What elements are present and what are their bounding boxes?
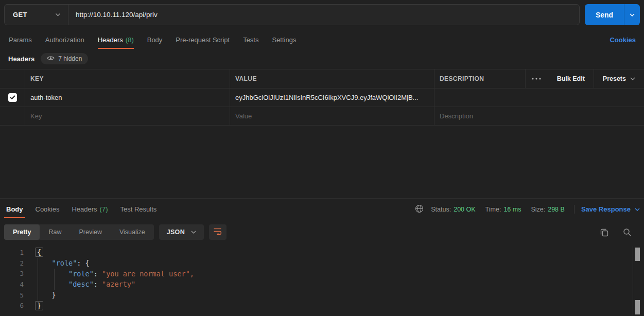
method-url-group: GET <box>4 4 580 25</box>
response-headers-count: (7) <box>100 205 108 213</box>
code-line: 4 "desc": "azerty" <box>0 279 637 290</box>
response-view-toolbar: Pretty Raw Preview Visualize JSON <box>4 224 227 240</box>
view-preview[interactable]: Preview <box>70 224 110 240</box>
fold-toggle[interactable]: { <box>35 248 43 257</box>
response-tabs: Body Cookies Headers(7) Test Results <box>0 200 163 218</box>
scrollbar-thumb[interactable] <box>635 248 640 261</box>
request-url-row: GET Send <box>4 4 640 25</box>
headers-panel-header: Headers 7 hidden <box>8 53 88 64</box>
code-line: 5 } <box>0 290 637 301</box>
headers-table-header-row: KEY VALUE DESCRIPTION Bulk Edit Presets <box>0 69 644 89</box>
method-label: GET <box>13 11 27 19</box>
header-value-cell[interactable]: eyJhbGciOiJIUzI1NiIsInR5cCI6IkpXVCJ9.eyJ… <box>230 89 434 107</box>
status-value: 200 OK <box>454 206 475 213</box>
response-body-code[interactable]: 1 { 2 "role": { 3 "role": "you are norma… <box>0 247 637 311</box>
indent-guide <box>54 269 55 290</box>
hidden-headers-toggle[interactable]: 7 hidden <box>41 53 88 64</box>
chevron-down-icon <box>630 13 635 16</box>
header-new-row <box>0 107 644 126</box>
search-icon[interactable] <box>623 228 632 237</box>
cookies-link[interactable]: Cookies <box>610 36 636 44</box>
copy-icon[interactable] <box>600 228 609 237</box>
header-key-cell[interactable]: auth-token <box>25 89 230 107</box>
column-description-cell: DESCRIPTION Bulk Edit Presets <box>434 69 644 88</box>
select-all-cell <box>0 69 25 88</box>
url-input[interactable] <box>68 5 579 25</box>
view-raw[interactable]: Raw <box>40 224 70 240</box>
headers-count: (8) <box>126 36 134 44</box>
divider <box>574 205 575 214</box>
response-status-bar: Status: 200 OK Time: 16 ms Size: 298 B S… <box>415 200 640 218</box>
new-description-input[interactable] <box>440 112 644 120</box>
tab-headers[interactable]: Headers(8) <box>91 31 141 49</box>
response-tab-headers[interactable]: Headers(7) <box>65 200 114 218</box>
format-dropdown[interactable]: JSON <box>159 224 204 240</box>
chevron-down-icon <box>635 208 640 211</box>
request-tabs: Params Authorization Headers(8) Body Pre… <box>2 31 303 49</box>
tab-tests[interactable]: Tests <box>236 31 265 49</box>
tab-authorization[interactable]: Authorization <box>39 31 91 49</box>
scrollbar-track <box>633 246 633 316</box>
time-indicator[interactable]: Time: 16 ms <box>483 206 524 213</box>
code-line: 1 { <box>0 247 637 258</box>
new-key-input[interactable] <box>30 112 230 120</box>
tab-body[interactable]: Body <box>141 31 169 49</box>
size-value: 298 B <box>548 206 565 213</box>
wrap-text-button[interactable] <box>209 224 227 240</box>
indent-guide <box>38 258 38 301</box>
send-button[interactable]: Send <box>585 4 624 25</box>
chevron-down-icon <box>630 77 635 80</box>
tab-pre-request-script[interactable]: Pre-request Script <box>169 31 236 49</box>
globe-icon[interactable] <box>415 204 424 215</box>
postman-app: GET Send Params Authorization Headers(8)… <box>0 0 644 316</box>
response-tab-test-results[interactable]: Test Results <box>114 200 163 218</box>
bulk-edit-button[interactable]: Bulk Edit <box>548 69 594 88</box>
request-response-divider[interactable] <box>0 198 644 199</box>
status-indicator[interactable]: Status: 200 OK <box>428 206 478 213</box>
scrollbar-thumb[interactable] <box>635 300 640 314</box>
save-response-button[interactable]: Save Response <box>581 205 640 213</box>
header-description-cell[interactable] <box>434 89 644 107</box>
wrap-text-icon <box>213 227 222 237</box>
column-description: DESCRIPTION <box>440 75 525 82</box>
method-dropdown[interactable]: GET <box>5 5 68 25</box>
send-button-group: Send <box>585 4 640 25</box>
code-line: 2 "role": { <box>0 258 637 269</box>
header-row-auth-token: auth-token eyJhbGciOiJIUzI1NiIsInR5cCI6I… <box>0 89 644 107</box>
hidden-headers-label: 7 hidden <box>58 55 82 62</box>
new-value-input[interactable] <box>235 112 434 120</box>
headers-panel-title: Headers <box>8 55 34 63</box>
response-body-actions <box>600 228 632 237</box>
tab-settings[interactable]: Settings <box>265 31 303 49</box>
send-options-button[interactable] <box>624 4 640 25</box>
view-mode-segmented-control: Pretty Raw Preview Visualize <box>4 224 154 240</box>
format-label: JSON <box>167 229 185 236</box>
code-line: 6 } <box>0 300 637 311</box>
response-tab-cookies[interactable]: Cookies <box>29 200 66 218</box>
time-value: 16 ms <box>503 206 521 213</box>
chevron-down-icon <box>191 231 196 234</box>
row-checkbox[interactable] <box>8 93 17 102</box>
code-line: 3 "role": "you are normal user", <box>0 268 637 279</box>
column-key: KEY <box>25 69 230 88</box>
eye-icon <box>47 55 55 62</box>
more-options-icon[interactable] <box>525 69 548 88</box>
view-visualize[interactable]: Visualize <box>111 224 154 240</box>
view-pretty[interactable]: Pretty <box>4 224 40 240</box>
presets-dropdown[interactable]: Presets <box>594 69 644 88</box>
chevron-down-icon <box>55 13 61 16</box>
size-indicator[interactable]: Size: 298 B <box>528 206 567 213</box>
headers-table: KEY VALUE DESCRIPTION Bulk Edit Presets <box>0 69 644 126</box>
tab-params[interactable]: Params <box>2 31 39 49</box>
fold-toggle[interactable]: } <box>35 301 43 310</box>
response-tab-body[interactable]: Body <box>0 200 29 218</box>
column-value: VALUE <box>230 69 434 88</box>
